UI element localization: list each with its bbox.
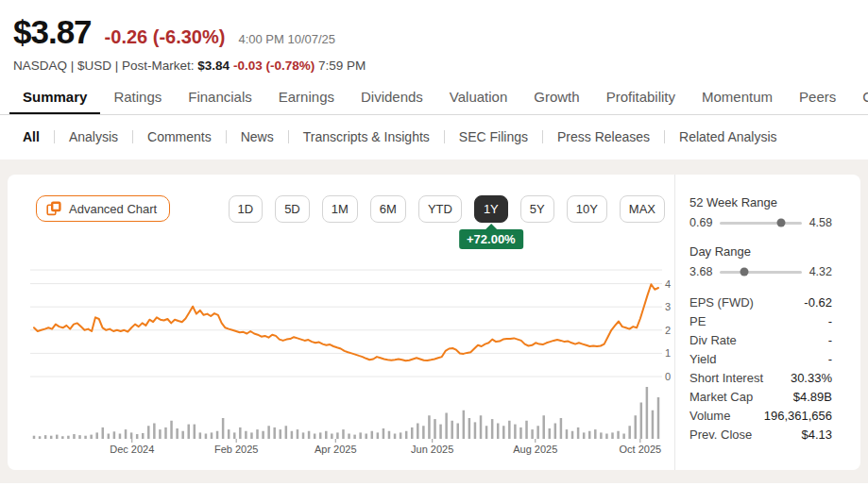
day-range-high: 4.32 [809, 265, 832, 278]
range-button-1y[interactable]: 1Y+72.00% [474, 195, 508, 223]
week-range-handle [777, 219, 786, 227]
volume-bar [445, 413, 448, 440]
sub-tab-press-releases[interactable]: Press Releases [557, 129, 650, 144]
volume-bar [611, 432, 614, 439]
separator [132, 130, 133, 143]
volume-bar [95, 432, 98, 439]
stat-label: Short Interest [689, 369, 763, 388]
tab-momentum[interactable]: Momentum [689, 80, 786, 114]
tab-peers[interactable]: Peers [786, 80, 849, 114]
stat-row-short-interest: Short Interest30.33% [689, 369, 832, 388]
price-volume-chart[interactable]: 43210Dec 2024Feb 2025Apr 2025Jun 2025Aug… [23, 264, 674, 458]
range-button-1m[interactable]: 1M [322, 195, 358, 223]
volume-bar [291, 431, 294, 439]
page-background: Advanced Chart 1D5D1M6MYTD1Y+72.00%5Y10Y… [0, 159, 868, 483]
range-button-5y[interactable]: 5Y [520, 195, 554, 223]
tab-financials[interactable]: Financials [175, 80, 265, 114]
range-button-6m[interactable]: 6M [370, 195, 406, 223]
volume-bar [181, 431, 184, 439]
tab-ratings[interactable]: Ratings [100, 80, 175, 114]
stat-value: - [828, 312, 832, 331]
volume-bar [480, 415, 483, 439]
tab-dividends[interactable]: Dividends [348, 80, 436, 114]
stat-row-div-rate: Div Rate- [689, 331, 832, 350]
tab-summary[interactable]: Summary [9, 80, 100, 115]
volume-bar [457, 424, 460, 440]
volume-bar [342, 429, 345, 439]
sub-tab-transcripts-insights[interactable]: Transcripts & Insights [303, 129, 430, 144]
current-price: $3.87 [13, 13, 92, 51]
range-button-group: 1D5D1M6MYTD1Y+72.00%5Y10YMAX [229, 195, 666, 223]
volume-bar [136, 434, 139, 439]
volume-bar [405, 431, 408, 439]
sub-tab-sec-filings[interactable]: SEC Filings [459, 129, 528, 144]
volume-bar [273, 427, 276, 439]
tab-earnings[interactable]: Earnings [265, 80, 348, 114]
volume-bar [468, 418, 471, 439]
sub-tab-news[interactable]: News [241, 129, 274, 144]
volume-bar [439, 425, 442, 439]
range-change-badge: +72.00% [459, 229, 523, 249]
volume-bar [571, 431, 574, 439]
range-button-5d[interactable]: 5D [275, 195, 310, 223]
volume-bar [73, 434, 76, 439]
volume-bar [640, 403, 643, 440]
advanced-chart-label: Advanced Chart [69, 202, 157, 216]
sub-tab-related-analysis[interactable]: Related Analysis [679, 129, 777, 144]
volume-bar [634, 415, 637, 439]
y-tick-label: 4 [665, 278, 671, 290]
stat-value: $4.89B [793, 388, 832, 407]
volume-bar [348, 434, 350, 440]
volume-bar [560, 418, 563, 439]
stat-row-market-cap: Market Cap$4.89B [689, 388, 832, 407]
range-button-ytd[interactable]: YTD [418, 195, 462, 223]
chart-area: 43210Dec 2024Feb 2025Apr 2025Jun 2025Aug… [23, 264, 674, 458]
volume-bar [422, 426, 425, 439]
tab-c[interactable]: C [849, 80, 868, 114]
x-tick-label: Aug 2025 [513, 444, 557, 455]
day-range-section: Day Range 3.68 4.32 [689, 244, 832, 278]
volume-bar [554, 424, 557, 440]
x-tick-label: Feb 2025 [214, 444, 258, 455]
volume-bar [319, 432, 322, 439]
volume-bar [267, 426, 270, 439]
volume-bar [497, 424, 500, 440]
sub-tab-comments[interactable]: Comments [147, 129, 212, 144]
y-tick-label: 1 [665, 347, 671, 359]
range-button-1d[interactable]: 1D [229, 195, 264, 223]
sub-tab-analysis[interactable]: Analysis [69, 129, 118, 144]
volume-bar [474, 422, 477, 439]
chart-card: Advanced Chart 1D5D1M6MYTD1Y+72.00%5Y10Y… [8, 175, 860, 470]
volume-bar [542, 415, 545, 439]
volume-bar [519, 427, 522, 439]
range-button-10y[interactable]: 10Y [567, 195, 607, 223]
volume-bar [314, 434, 316, 440]
sub-tab-all[interactable]: All [23, 129, 40, 144]
volume-bar [605, 434, 608, 440]
separator [54, 130, 55, 143]
volume-bar [302, 432, 305, 439]
volume-bar [113, 431, 116, 439]
volume-bar [451, 421, 453, 439]
stat-label: Market Cap [689, 388, 753, 407]
volume-bar [377, 432, 380, 439]
volume-bar [463, 411, 466, 439]
volume-bars [33, 387, 660, 439]
volume-bar [222, 418, 225, 439]
volume-bar [50, 436, 53, 439]
advanced-chart-icon [46, 201, 61, 216]
volume-bar [205, 434, 208, 440]
tab-growth[interactable]: Growth [520, 80, 592, 114]
volume-bar [514, 425, 517, 439]
day-range-slider[interactable] [720, 271, 801, 274]
volume-bar [359, 432, 362, 439]
volume-bar [428, 415, 431, 439]
volume-bar [170, 421, 173, 439]
week-range-high: 4.58 [809, 216, 832, 229]
tab-valuation[interactable]: Valuation [436, 80, 520, 114]
volume-bar [194, 425, 196, 439]
range-button-max[interactable]: MAX [620, 195, 665, 223]
tab-profitability[interactable]: Profitability [593, 80, 689, 114]
advanced-chart-button[interactable]: Advanced Chart [36, 195, 170, 222]
week-range-slider[interactable] [720, 222, 801, 225]
